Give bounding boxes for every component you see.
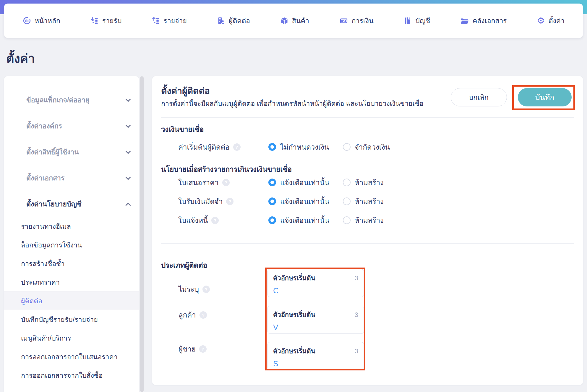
expense-icon — [152, 17, 160, 25]
credit-default-label: ค่าเริ่มต้นผู้ติดต่อ — [178, 141, 230, 153]
nav-item-contacts[interactable]: ผู้ติดต่อ — [217, 15, 250, 26]
radio-unselected-icon[interactable] — [343, 179, 351, 186]
prefix-field-customer[interactable]: ตัวอักษรเริ่มต้น 3 V — [267, 306, 364, 334]
sidebar-section-package[interactable]: ข้อมูลแพ็กเกจ/ต่ออายุ — [4, 87, 139, 113]
settings-sidebar: ข้อมูลแพ็กเกจ/ต่ออายุ ตั้งค่าองค์กร ตั้ง… — [4, 76, 139, 392]
contacts-icon — [217, 17, 225, 25]
max-length-indicator: 3 — [355, 274, 358, 282]
prefix-value[interactable]: C — [273, 286, 358, 295]
nav-item-income[interactable]: รายรับ — [90, 15, 122, 26]
nav-label: การเงิน — [352, 15, 374, 26]
sidebar-item-email-report[interactable]: รายงานทางอีเมล — [4, 217, 139, 236]
sidebar-item-income-expense-record[interactable]: บันทึกบัญชีรายรับ/รายจ่าย — [4, 310, 139, 329]
nav-label: คลังเอกสาร — [473, 15, 507, 26]
sidebar-item-price-type[interactable]: ประเภทราคา — [4, 273, 139, 291]
nav-label: ผู้ติดต่อ — [229, 15, 250, 26]
nav-item-finance[interactable]: การเงิน — [339, 15, 374, 26]
contact-type-row-vendor: ผู้ขาย ? — [152, 343, 269, 355]
radio-selected-icon[interactable] — [268, 197, 276, 205]
prefix-value[interactable]: V — [273, 323, 358, 332]
sidebar-section-label: ตั้งค่าองค์กร — [26, 121, 126, 131]
radio-option-warn-only[interactable]: แจ้งเตือนเท่านั้น — [268, 177, 343, 188]
sidebar-item-doc-from-quotation[interactable]: การออกเอกสารจากใบเสนอราคา — [4, 347, 139, 366]
radio-unselected-icon[interactable] — [343, 197, 351, 205]
nav-item-documents[interactable]: คลังเอกสาร — [460, 15, 507, 26]
finance-icon — [339, 17, 348, 25]
radio-selected-icon[interactable] — [268, 179, 276, 186]
nav-item-expense[interactable]: รายจ่าย — [152, 15, 187, 26]
radio-selected-icon[interactable] — [268, 216, 276, 224]
sidebar-section-organization[interactable]: ตั้งค่าองค์กร — [4, 113, 139, 139]
sidebar-section-label: ตั้งค่าสิทธิ์ผู้ใช้งาน — [26, 147, 126, 157]
help-icon[interactable]: ? — [233, 143, 241, 151]
max-length-indicator: 3 — [355, 311, 358, 319]
help-icon[interactable]: ? — [211, 217, 219, 224]
max-length-indicator: 3 — [355, 347, 358, 355]
nav-item-settings[interactable]: ⚙ ตั้งค่า — [537, 15, 565, 26]
home-dashboard-icon — [23, 17, 31, 25]
radio-unselected-icon[interactable] — [343, 143, 351, 151]
income-icon — [90, 17, 99, 25]
page-title: ตั้งค่า — [6, 49, 35, 68]
sidebar-section-user-permissions[interactable]: ตั้งค่าสิทธิ์ผู้ใช้งาน — [4, 139, 139, 165]
accounting-icon — [403, 17, 412, 25]
contact-type-section-title: ประเภทผู้ติดต่อ — [161, 260, 207, 271]
sidebar-item-doc-from-purchase-order[interactable]: การออกเอกสารจากใบสั่งซื้อ — [4, 366, 139, 385]
sidebar-item-product-service-menu[interactable]: เมนูสินค้า/บริการ — [4, 329, 139, 347]
radio-option-forbid-create[interactable]: ห้ามสร้าง — [343, 177, 384, 188]
radio-option-limited[interactable]: จำกัดวงเงิน — [343, 141, 390, 153]
divider — [161, 117, 574, 118]
radio-option-forbid-create[interactable]: ห้ามสร้าง — [343, 215, 384, 226]
nav-label: รายจ่าย — [163, 15, 187, 26]
nav-label: บัญชี — [415, 15, 430, 26]
cancel-button[interactable]: ยกเลิก — [451, 88, 507, 106]
sidebar-item-contacts[interactable]: ผู้ติดต่อ — [4, 291, 139, 310]
chevron-down-icon — [125, 148, 131, 154]
sidebar-section-label: ข้อมูลแพ็กเกจ/ต่ออายุ — [26, 95, 126, 105]
documents-icon — [460, 17, 469, 25]
save-button[interactable]: บันทึก — [518, 88, 572, 106]
nav-label: รายรับ — [102, 15, 122, 26]
policy-row-invoice: ใบแจ้งหนี้ ? แจ้งเตือนเท่านั้น ห้ามสร้าง — [152, 214, 384, 226]
sidebar-section-accounting-policy[interactable]: ตั้งค่านโยบายบัญชี — [4, 191, 139, 217]
nav-item-home[interactable]: หน้าหลัก — [23, 15, 60, 26]
radio-unselected-icon[interactable] — [343, 216, 351, 224]
credit-limit-section-title: วงเงินขายเชื่อ — [161, 124, 204, 135]
main-navigation: หน้าหลัก รายรับ รายจ่าย ผู้ติดต่อ สินค้า… — [4, 4, 583, 38]
sidebar-section-label: ตั้งค่านโยบายบัญชี — [26, 199, 126, 209]
radio-option-warn-only[interactable]: แจ้งเตือนเท่านั้น — [268, 196, 343, 207]
settings-gear-icon: ⚙ — [537, 17, 545, 25]
sidebar-section-documents[interactable]: ตั้งค่าเอกสาร — [4, 165, 139, 191]
nav-item-accounting[interactable]: บัญชี — [403, 15, 430, 26]
nav-item-products[interactable]: สินค้า — [280, 15, 309, 26]
help-icon[interactable]: ? — [199, 345, 207, 353]
radio-option-forbid-create[interactable]: ห้ามสร้าง — [343, 196, 384, 207]
products-icon — [280, 17, 288, 25]
sidebar-item-duplicate-name[interactable]: การสร้างชื่อซ้ำ — [4, 254, 139, 273]
prefix-field-vendor[interactable]: ตัวอักษรเริ่มต้น 3 S — [267, 342, 364, 370]
chevron-up-icon — [125, 203, 131, 208]
help-icon[interactable]: ? — [200, 311, 207, 319]
radio-selected-icon[interactable] — [268, 143, 276, 151]
help-icon[interactable]: ? — [226, 198, 233, 205]
over-limit-policy-section-title: นโยบายเมื่อสร้างรายการเกินวงเงินขายเชื่อ — [161, 163, 292, 175]
contact-type-row-customer: ลูกค้า ? — [152, 309, 269, 321]
help-icon[interactable]: ? — [202, 286, 210, 293]
sidebar-scrollbar[interactable] — [140, 76, 144, 392]
credit-default-row: ค่าเริ่มต้นผู้ติดต่อ ? ไม่กำหนดวงเงิน จำ… — [152, 141, 390, 153]
nav-label: ตั้งค่า — [548, 15, 564, 26]
sidebar-item-lock-data[interactable]: ล็อกข้อมูลการใช้งาน — [4, 236, 139, 254]
chevron-down-icon — [125, 174, 131, 180]
sidebar-section-label: ตั้งค่าเอกสาร — [26, 173, 126, 183]
radio-option-no-limit[interactable]: ไม่กำหนดวงเงิน — [268, 141, 343, 153]
prefix-field-unspecified[interactable]: ตัวอักษรเริ่มต้น 3 C — [267, 269, 364, 297]
divider — [161, 243, 574, 244]
help-icon[interactable]: ? — [222, 179, 230, 186]
prefix-value[interactable]: S — [273, 359, 358, 368]
chevron-down-icon — [125, 96, 131, 102]
policy-row-quotation: ใบเสนอราคา ? แจ้งเตือนเท่านั้น ห้ามสร้าง — [152, 176, 384, 188]
policy-row-deposit-receipt: ใบรับเงินมัดจำ ? แจ้งเตือนเท่านั้น ห้ามส… — [152, 195, 384, 207]
chevron-down-icon — [125, 122, 131, 128]
radio-option-warn-only[interactable]: แจ้งเตือนเท่านั้น — [268, 215, 343, 226]
contact-type-row-unspecified: ไม่ระบุ ? — [152, 283, 269, 295]
